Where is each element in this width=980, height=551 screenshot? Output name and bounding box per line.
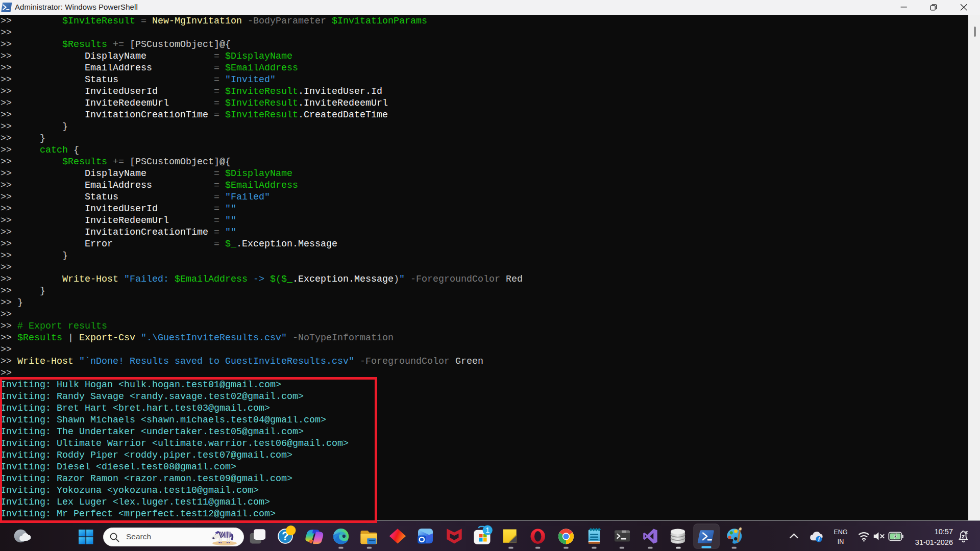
svg-text:1: 1 [485,526,489,534]
